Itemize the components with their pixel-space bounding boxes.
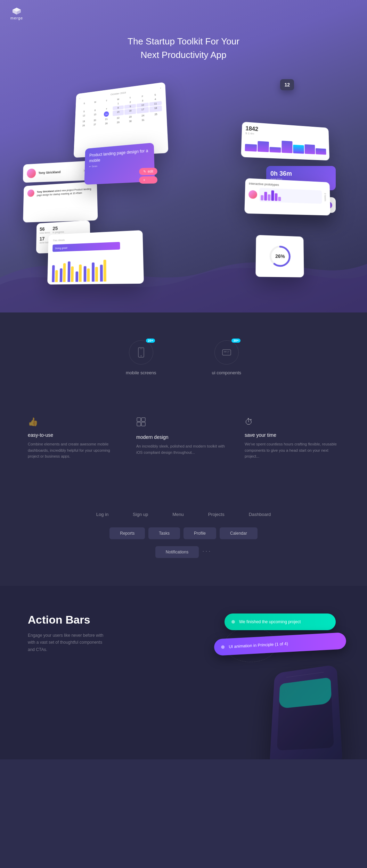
action-desc: Engage your users like never before with… <box>28 632 104 653</box>
action-title: Action Bars <box>28 614 339 626</box>
phone-notch <box>286 672 324 677</box>
hero-section: merge The Startup Toolkit For Your Next … <box>0 0 367 312</box>
cal-cell[interactable]: 23 <box>124 114 136 119</box>
stat-label-3: in progress <box>52 231 64 234</box>
mobile-icon-wrap: 20+ <box>129 340 153 365</box>
nav-btn-menu[interactable]: Menu <box>162 508 194 520</box>
logo-text: merge <box>10 16 23 20</box>
svg-rect-11 <box>141 418 145 422</box>
nav-btn-reports[interactable]: Reports <box>109 527 145 539</box>
progress-bar-purple: Doing great! <box>52 242 120 252</box>
nav-btn-tasks[interactable]: Tasks <box>148 527 180 539</box>
chart-value: 1842 <box>245 125 258 132</box>
svg-point-4 <box>140 356 141 357</box>
notification-avatar <box>27 189 34 197</box>
cal-cell[interactable]: 30 <box>124 119 136 124</box>
pill-add[interactable]: + <box>139 176 157 184</box>
nav-btn-signup[interactable]: Sign up <box>122 508 158 520</box>
bar-group <box>84 266 90 282</box>
bar-group <box>100 260 106 282</box>
features-section: 👍 easy-to-use Combine elements and creat… <box>0 396 367 487</box>
bar-item <box>84 266 87 282</box>
cal-cell[interactable]: 29 <box>113 120 124 125</box>
nav-btn-notifications[interactable]: Notifications <box>155 546 199 558</box>
circular-card: 26% <box>255 235 304 277</box>
feature-easy: 👍 easy-to-use Combine elements and creat… <box>28 417 122 460</box>
action-section: Action Bars Engage your users like never… <box>0 586 367 759</box>
mobile-screens-label: mobile screens <box>126 370 156 375</box>
bar-group <box>52 265 58 282</box>
nav-row-1: Log in Sign up Menu Projects Dashboard <box>86 508 282 520</box>
clock-icon: ⏱ <box>245 417 339 427</box>
bar-item <box>75 272 78 282</box>
interactive-card: Interactive prototypes 3 tasks <box>244 178 330 216</box>
cal-nav-next[interactable]: › <box>160 86 161 90</box>
svg-rect-7 <box>224 351 227 352</box>
nav-row-2: Reports Tasks Profile Calendar <box>109 527 257 539</box>
cal-cell[interactable]: 28 <box>101 121 112 126</box>
cal-cell[interactable]: 24 <box>137 113 149 118</box>
action-bar-purple[interactable]: UI animation in Principle (1 of 4) <box>214 632 346 656</box>
cal-cell[interactable]: 17 <box>137 107 149 114</box>
nav-btn-calendar[interactable]: Calendar <box>220 527 258 539</box>
nav-btn-profile[interactable]: Profile <box>184 527 216 539</box>
nav-btn-projects[interactable]: Projects <box>198 508 235 520</box>
cal-cell[interactable]: 18 <box>149 106 162 112</box>
svg-rect-8 <box>227 351 229 352</box>
bar-item <box>60 268 63 282</box>
cal-nav-prev[interactable]: ‹ <box>79 97 80 100</box>
bar <box>275 193 277 201</box>
notification-card: Tony Strickland added new project Produc… <box>23 181 98 222</box>
pill-edit[interactable]: ✎ edit <box>139 168 157 175</box>
cal-cell[interactable]: 31 <box>137 118 149 123</box>
hero-title-line2: Next Productivity App <box>128 48 239 62</box>
stat-num-1: 56 <box>40 226 50 232</box>
bar-item <box>104 260 106 282</box>
hero-title: The Startup Toolkit For Your Next Produc… <box>128 35 239 62</box>
cal-cell[interactable]: 20 <box>90 118 100 123</box>
cal-cell-highlighted[interactable]: 14 <box>104 111 109 117</box>
svg-rect-6 <box>222 350 231 355</box>
cal-cell[interactable]: 7 <box>101 107 112 111</box>
bar-item <box>92 262 95 282</box>
bar-item <box>71 266 74 282</box>
phone-screen-top <box>279 677 332 709</box>
mini-chart <box>245 137 326 155</box>
svg-rect-13 <box>141 422 145 426</box>
logo[interactable]: merge <box>10 7 23 20</box>
bar <box>278 197 281 201</box>
nav-btn-login[interactable]: Log in <box>86 508 119 520</box>
bar-group <box>67 261 74 282</box>
phone-screen <box>277 677 334 750</box>
cal-cell[interactable]: 19 <box>79 119 89 124</box>
cal-cell[interactable]: 15 <box>113 110 124 116</box>
nav-btn-dashboard[interactable]: Dashboard <box>238 508 282 520</box>
chart-card: 1842 $ 2.4m <box>241 122 329 160</box>
chart-bar <box>245 144 256 152</box>
person-name: Tony Strickland <box>39 170 61 175</box>
mobile-icon <box>136 347 147 358</box>
cal-cell[interactable]: 21 <box>101 117 112 122</box>
bar-label: 3 tasks <box>324 193 327 202</box>
cal-cell[interactable]: 12 <box>79 113 89 119</box>
feature-time-desc: We've spent countless hours crafting fle… <box>245 441 339 460</box>
cal-cell[interactable]: 22 <box>113 116 124 120</box>
more-dots[interactable]: ... <box>202 546 212 558</box>
feature-time: ⏱ save your time We've spent countless h… <box>245 417 339 460</box>
chart-bar <box>270 147 281 153</box>
cal-cell[interactable]: 26 <box>78 123 89 128</box>
person-avatar <box>27 168 36 178</box>
bar-group <box>60 263 66 282</box>
bar-group <box>75 265 82 282</box>
cal-cell[interactable]: 16 <box>124 108 136 115</box>
edit-icon: ✎ <box>143 170 146 174</box>
ui-badge: 30+ <box>231 339 240 343</box>
bars-container <box>52 252 139 282</box>
ui-icon <box>221 347 232 358</box>
cal-cell[interactable]: 25 <box>150 112 162 117</box>
chart-bar <box>316 148 326 155</box>
feature-modern: modern design An incredibly sleek, polis… <box>136 417 231 460</box>
cal-cell[interactable]: 27 <box>89 122 100 127</box>
bar <box>268 194 270 201</box>
cal-cell[interactable]: 13 <box>90 112 100 118</box>
